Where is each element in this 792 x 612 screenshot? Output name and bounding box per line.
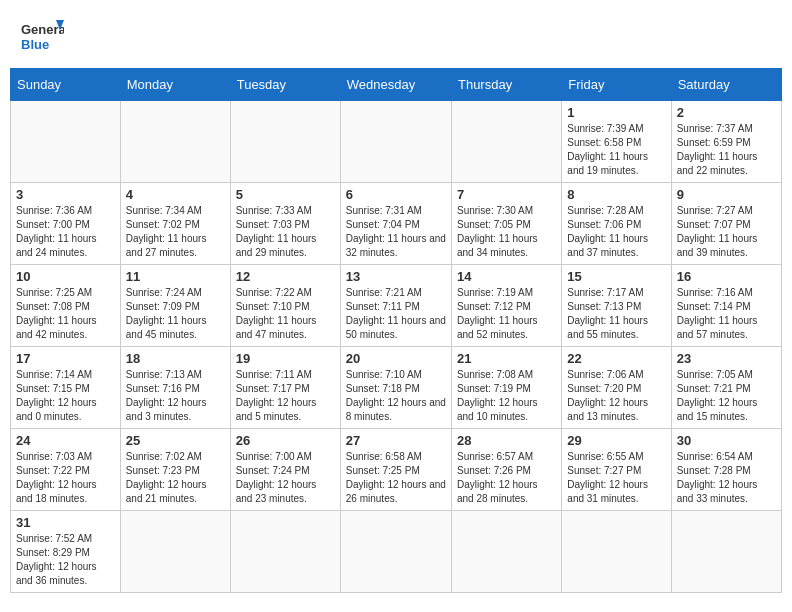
day-info: Sunrise: 7:27 AM Sunset: 7:07 PM Dayligh… [677,204,776,260]
day-cell-2-0: 10Sunrise: 7:25 AM Sunset: 7:08 PM Dayli… [11,265,121,347]
day-info: Sunrise: 6:58 AM Sunset: 7:25 PM Dayligh… [346,450,446,506]
day-info: Sunrise: 6:54 AM Sunset: 7:28 PM Dayligh… [677,450,776,506]
day-number: 19 [236,351,335,366]
day-cell-0-5: 1Sunrise: 7:39 AM Sunset: 6:58 PM Daylig… [562,101,671,183]
calendar-table: Sunday Monday Tuesday Wednesday Thursday… [10,68,782,593]
day-number: 21 [457,351,556,366]
day-number: 12 [236,269,335,284]
day-number: 25 [126,433,225,448]
day-cell-2-5: 15Sunrise: 7:17 AM Sunset: 7:13 PM Dayli… [562,265,671,347]
day-number: 20 [346,351,446,366]
day-info: Sunrise: 7:10 AM Sunset: 7:18 PM Dayligh… [346,368,446,424]
day-cell-3-1: 18Sunrise: 7:13 AM Sunset: 7:16 PM Dayli… [120,347,230,429]
day-cell-4-6: 30Sunrise: 6:54 AM Sunset: 7:28 PM Dayli… [671,429,781,511]
week-row-4: 24Sunrise: 7:03 AM Sunset: 7:22 PM Dayli… [11,429,782,511]
day-info: Sunrise: 7:14 AM Sunset: 7:15 PM Dayligh… [16,368,115,424]
day-cell-3-0: 17Sunrise: 7:14 AM Sunset: 7:15 PM Dayli… [11,347,121,429]
svg-text:Blue: Blue [21,37,49,52]
day-cell-5-2 [230,511,340,593]
day-number: 9 [677,187,776,202]
week-row-5: 31Sunrise: 7:52 AM Sunset: 8:29 PM Dayli… [11,511,782,593]
day-cell-4-4: 28Sunrise: 6:57 AM Sunset: 7:26 PM Dayli… [451,429,561,511]
day-info: Sunrise: 7:25 AM Sunset: 7:08 PM Dayligh… [16,286,115,342]
day-number: 5 [236,187,335,202]
day-cell-2-6: 16Sunrise: 7:16 AM Sunset: 7:14 PM Dayli… [671,265,781,347]
day-number: 16 [677,269,776,284]
day-number: 24 [16,433,115,448]
day-number: 13 [346,269,446,284]
day-info: Sunrise: 7:00 AM Sunset: 7:24 PM Dayligh… [236,450,335,506]
week-row-2: 10Sunrise: 7:25 AM Sunset: 7:08 PM Dayli… [11,265,782,347]
col-wednesday: Wednesday [340,69,451,101]
day-cell-4-0: 24Sunrise: 7:03 AM Sunset: 7:22 PM Dayli… [11,429,121,511]
day-cell-2-4: 14Sunrise: 7:19 AM Sunset: 7:12 PM Dayli… [451,265,561,347]
col-saturday: Saturday [671,69,781,101]
day-info: Sunrise: 7:05 AM Sunset: 7:21 PM Dayligh… [677,368,776,424]
day-number: 2 [677,105,776,120]
day-info: Sunrise: 7:34 AM Sunset: 7:02 PM Dayligh… [126,204,225,260]
day-number: 14 [457,269,556,284]
day-info: Sunrise: 7:39 AM Sunset: 6:58 PM Dayligh… [567,122,665,178]
col-monday: Monday [120,69,230,101]
day-info: Sunrise: 7:36 AM Sunset: 7:00 PM Dayligh… [16,204,115,260]
day-cell-0-1 [120,101,230,183]
day-cell-1-0: 3Sunrise: 7:36 AM Sunset: 7:00 PM Daylig… [11,183,121,265]
day-number: 6 [346,187,446,202]
day-cell-2-2: 12Sunrise: 7:22 AM Sunset: 7:10 PM Dayli… [230,265,340,347]
day-info: Sunrise: 7:24 AM Sunset: 7:09 PM Dayligh… [126,286,225,342]
day-info: Sunrise: 7:52 AM Sunset: 8:29 PM Dayligh… [16,532,115,588]
day-number: 8 [567,187,665,202]
day-number: 7 [457,187,556,202]
day-info: Sunrise: 7:21 AM Sunset: 7:11 PM Dayligh… [346,286,446,342]
day-number: 29 [567,433,665,448]
day-cell-2-3: 13Sunrise: 7:21 AM Sunset: 7:11 PM Dayli… [340,265,451,347]
day-cell-1-1: 4Sunrise: 7:34 AM Sunset: 7:02 PM Daylig… [120,183,230,265]
week-row-3: 17Sunrise: 7:14 AM Sunset: 7:15 PM Dayli… [11,347,782,429]
calendar-header-row: Sunday Monday Tuesday Wednesday Thursday… [11,69,782,101]
day-info: Sunrise: 7:13 AM Sunset: 7:16 PM Dayligh… [126,368,225,424]
day-cell-5-4 [451,511,561,593]
day-cell-1-6: 9Sunrise: 7:27 AM Sunset: 7:07 PM Daylig… [671,183,781,265]
day-cell-2-1: 11Sunrise: 7:24 AM Sunset: 7:09 PM Dayli… [120,265,230,347]
day-cell-5-1 [120,511,230,593]
day-info: Sunrise: 7:16 AM Sunset: 7:14 PM Dayligh… [677,286,776,342]
day-number: 28 [457,433,556,448]
day-cell-0-4 [451,101,561,183]
col-tuesday: Tuesday [230,69,340,101]
col-friday: Friday [562,69,671,101]
day-number: 18 [126,351,225,366]
day-info: Sunrise: 7:19 AM Sunset: 7:12 PM Dayligh… [457,286,556,342]
day-cell-1-3: 6Sunrise: 7:31 AM Sunset: 7:04 PM Daylig… [340,183,451,265]
day-cell-5-5 [562,511,671,593]
day-cell-5-6 [671,511,781,593]
day-number: 4 [126,187,225,202]
day-cell-1-5: 8Sunrise: 7:28 AM Sunset: 7:06 PM Daylig… [562,183,671,265]
day-cell-3-3: 20Sunrise: 7:10 AM Sunset: 7:18 PM Dayli… [340,347,451,429]
day-cell-3-6: 23Sunrise: 7:05 AM Sunset: 7:21 PM Dayli… [671,347,781,429]
day-number: 17 [16,351,115,366]
day-info: Sunrise: 7:28 AM Sunset: 7:06 PM Dayligh… [567,204,665,260]
calendar-wrapper: Sunday Monday Tuesday Wednesday Thursday… [0,68,792,603]
day-cell-1-4: 7Sunrise: 7:30 AM Sunset: 7:05 PM Daylig… [451,183,561,265]
day-cell-4-1: 25Sunrise: 7:02 AM Sunset: 7:23 PM Dayli… [120,429,230,511]
logo-svg: General Blue [20,16,64,60]
week-row-1: 3Sunrise: 7:36 AM Sunset: 7:00 PM Daylig… [11,183,782,265]
day-cell-0-2 [230,101,340,183]
svg-text:General: General [21,22,64,37]
day-cell-3-2: 19Sunrise: 7:11 AM Sunset: 7:17 PM Dayli… [230,347,340,429]
day-cell-4-5: 29Sunrise: 6:55 AM Sunset: 7:27 PM Dayli… [562,429,671,511]
col-sunday: Sunday [11,69,121,101]
day-number: 10 [16,269,115,284]
day-info: Sunrise: 6:55 AM Sunset: 7:27 PM Dayligh… [567,450,665,506]
day-cell-5-3 [340,511,451,593]
day-info: Sunrise: 7:03 AM Sunset: 7:22 PM Dayligh… [16,450,115,506]
day-cell-3-4: 21Sunrise: 7:08 AM Sunset: 7:19 PM Dayli… [451,347,561,429]
day-cell-1-2: 5Sunrise: 7:33 AM Sunset: 7:03 PM Daylig… [230,183,340,265]
day-info: Sunrise: 7:11 AM Sunset: 7:17 PM Dayligh… [236,368,335,424]
header: General Blue [0,0,792,68]
day-cell-0-0 [11,101,121,183]
day-info: Sunrise: 7:02 AM Sunset: 7:23 PM Dayligh… [126,450,225,506]
day-number: 23 [677,351,776,366]
day-info: Sunrise: 7:17 AM Sunset: 7:13 PM Dayligh… [567,286,665,342]
day-number: 1 [567,105,665,120]
